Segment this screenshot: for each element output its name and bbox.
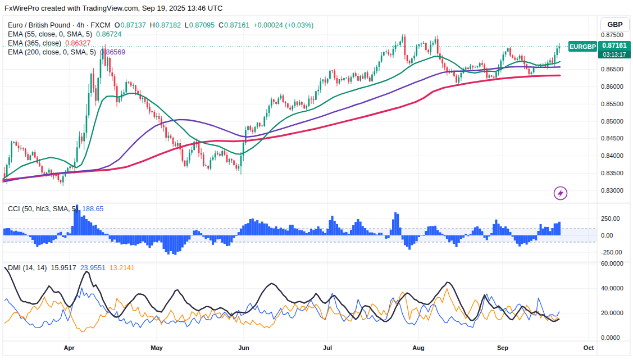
- ohlc-open-value: 0.87137: [120, 21, 145, 29]
- ema200-label: EMA (200, close, 0, SMA, 5): [8, 48, 96, 56]
- time-axis-label: Aug: [407, 344, 430, 351]
- time-axis-label: May: [145, 344, 168, 351]
- legend-ema200[interactable]: EMA (200, close, 0, SMA, 5) 0.86569: [8, 48, 125, 56]
- time-axis-label: Apr: [58, 344, 80, 351]
- price-axis-label: 0.85500: [601, 101, 623, 108]
- ema55-label: EMA (55, close, 0, SMA, 5): [8, 30, 92, 38]
- cci-label: CCI (50, hlc3, SMA, 5): [8, 205, 78, 213]
- ohlc-close-value: 0.87161: [224, 21, 249, 29]
- ohlc-low-value: 0.87095: [189, 21, 215, 29]
- price-axis-label: 0.86500: [601, 66, 623, 73]
- legend-ema55[interactable]: EMA (55, close, 0, SMA, 5) 0.86724: [8, 30, 121, 38]
- dmi-adx-value: 15.9517: [51, 264, 76, 272]
- dmi-axis-label: 20.0000: [601, 310, 623, 317]
- dmi-axis-label: 40.0000: [601, 285, 623, 292]
- dmi-plus-di-value: 23.9551: [80, 264, 106, 272]
- symbol-legend[interactable]: Euro / British Pound · 4h · FXCM O0.8713…: [8, 21, 313, 29]
- symbol-title: Euro / British Pound · 4h · FXCM: [8, 21, 111, 29]
- time-axis-label: Jun: [233, 344, 255, 351]
- ohlc-open-label: O: [115, 21, 120, 29]
- ohlc-high-label: H: [150, 21, 155, 29]
- lightning-icon[interactable]: [554, 187, 567, 200]
- cci-axis-label: 0.00: [601, 232, 613, 239]
- time-axis-label: Jul: [316, 344, 339, 351]
- dmi-minus-di-value: 13.2141: [110, 264, 135, 272]
- ema200-value: 0.86569: [100, 48, 125, 56]
- last-price-value: 0.87161: [598, 41, 631, 51]
- price-axis-label: 0.86000: [601, 83, 623, 90]
- ohlc-high-value: 0.87182: [156, 21, 181, 29]
- legend-dmi[interactable]: DMI (14, 14) 15.9517 23.9551 13.2141: [8, 264, 135, 272]
- legend-cci[interactable]: CCI (50, hlc3, SMA, 5) 188.65: [8, 205, 103, 213]
- price-axis-label: 0.83500: [601, 170, 623, 177]
- time-axis-label: Sep: [491, 344, 514, 351]
- legend-ema365[interactable]: EMA (365, close) 0.86327: [8, 39, 90, 47]
- price-axis-label: 0.87500: [601, 31, 623, 39]
- price-axis-label: 0.84000: [601, 152, 623, 160]
- price-axis-label: 0.83000: [601, 187, 623, 194]
- ohlc-low-label: L: [185, 21, 189, 29]
- cci-axis-label: -250.00: [601, 249, 622, 256]
- dmi-axis-label: 60.0000: [601, 260, 623, 267]
- ema55-value: 0.86724: [96, 30, 121, 38]
- dmi-axis-label: 0.0000: [601, 334, 620, 342]
- price-axis-label: 0.85000: [601, 118, 623, 125]
- cci-value: 188.65: [82, 205, 103, 213]
- ohlc-close-label: C: [218, 21, 224, 29]
- bar-countdown: 03:13:17: [598, 51, 631, 58]
- change-value: +0.00024 (+0.03%): [253, 21, 313, 29]
- cci-axis-label: 250.00: [601, 215, 620, 222]
- price-axis-label: 0.84500: [601, 135, 623, 142]
- ema365-value: 0.86327: [65, 39, 90, 47]
- last-price-box: 0.87161 03:13:17: [598, 41, 631, 58]
- symbol-badge[interactable]: EURGBP: [568, 41, 597, 52]
- dmi-label: DMI (14, 14): [8, 264, 47, 272]
- time-axis-label: Oct: [577, 344, 600, 351]
- ema365-label: EMA (365, close): [8, 39, 61, 47]
- currency-toggle-button[interactable]: GBP: [600, 17, 630, 32]
